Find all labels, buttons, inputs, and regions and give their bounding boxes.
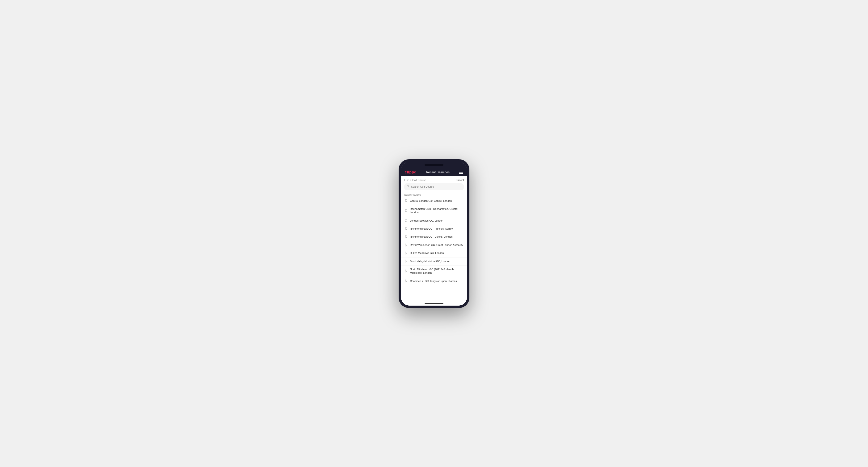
- content-area: Find a Golf Course Cancel Nearby courses: [401, 176, 467, 301]
- app-logo: clippd: [405, 170, 416, 175]
- pin-icon: [404, 219, 408, 222]
- course-item[interactable]: Central London Golf Centre, London: [401, 197, 467, 205]
- course-item[interactable]: Dukes Meadows GC, London: [401, 249, 467, 257]
- course-name: Coombe Hill GC, Kingston upon Thames: [410, 279, 457, 283]
- svg-point-6: [406, 236, 406, 237]
- course-item[interactable]: North Middlesex GC (1011942 - North Midd…: [401, 266, 467, 277]
- menu-line-1: [459, 171, 463, 171]
- svg-point-9: [406, 260, 406, 261]
- notch-pill: [425, 164, 443, 166]
- course-name: Roehampton Club - Roehampton, Greater Lo…: [410, 207, 464, 215]
- menu-line-3: [459, 173, 463, 174]
- menu-icon[interactable]: [459, 171, 463, 174]
- course-items: Central London Golf Centre, London Roeha…: [401, 197, 467, 285]
- search-box[interactable]: [404, 183, 464, 190]
- svg-point-5: [406, 228, 406, 229]
- phone-screen: clippd Recent Searches Find a Golf Cours…: [401, 162, 467, 306]
- pin-icon: [404, 227, 408, 230]
- pin-icon: [404, 252, 408, 255]
- course-name: Central London Golf Centre, London: [410, 199, 452, 203]
- course-name: Dukes Meadows GC, London: [410, 251, 444, 255]
- course-item[interactable]: Richmond Park GC - Duke's, London: [401, 233, 467, 241]
- menu-line-2: [459, 172, 463, 173]
- course-name: Royal Wimbledon GC, Great London Authori…: [410, 243, 463, 247]
- course-name: London Scottish GC, London: [410, 219, 443, 222]
- search-input[interactable]: [411, 185, 461, 188]
- course-name: Brent Valley Municipal GC, London: [410, 259, 450, 263]
- pin-icon: [404, 259, 408, 263]
- pin-icon: [404, 279, 408, 283]
- svg-point-4: [406, 220, 406, 221]
- find-label: Find a Golf Course: [404, 179, 426, 182]
- course-item[interactable]: Richmond Park GC - Prince's, Surrey: [401, 225, 467, 233]
- nearby-label: Nearby courses: [401, 192, 467, 197]
- course-name: Richmond Park GC - Duke's, London: [410, 235, 453, 239]
- cancel-button[interactable]: Cancel: [456, 179, 464, 182]
- course-item[interactable]: Roehampton Club - Roehampton, Greater Lo…: [401, 205, 467, 217]
- course-item[interactable]: Brent Valley Municipal GC, London: [401, 257, 467, 266]
- phone-device: clippd Recent Searches Find a Golf Cours…: [399, 159, 469, 308]
- home-pill: [425, 303, 443, 304]
- search-icon: [407, 185, 409, 189]
- pin-icon: [404, 270, 408, 273]
- svg-point-10: [406, 271, 406, 271]
- course-item[interactable]: Royal Wimbledon GC, Great London Authori…: [401, 241, 467, 249]
- course-name: North Middlesex GC (1011942 - North Midd…: [410, 268, 464, 275]
- nav-title: Recent Searches: [426, 170, 450, 174]
- courses-list: Nearby courses Central London Golf Centr…: [401, 192, 467, 301]
- svg-point-8: [406, 252, 406, 253]
- svg-point-11: [406, 280, 406, 281]
- svg-point-3: [406, 210, 406, 211]
- phone-notch: [401, 162, 467, 168]
- pin-icon: [404, 235, 408, 239]
- svg-point-7: [406, 244, 406, 245]
- nav-bar: clippd Recent Searches: [401, 168, 467, 176]
- svg-point-2: [406, 200, 406, 201]
- course-name: Richmond Park GC - Prince's, Surrey: [410, 227, 453, 230]
- pin-icon: [404, 244, 408, 247]
- pin-icon: [404, 199, 408, 203]
- course-item[interactable]: Coombe Hill GC, Kingston upon Thames: [401, 277, 467, 285]
- home-indicator: [401, 301, 467, 306]
- svg-line-1: [408, 187, 409, 187]
- pin-icon: [404, 209, 408, 212]
- find-header: Find a Golf Course Cancel: [401, 176, 467, 183]
- course-item[interactable]: London Scottish GC, London: [401, 217, 467, 225]
